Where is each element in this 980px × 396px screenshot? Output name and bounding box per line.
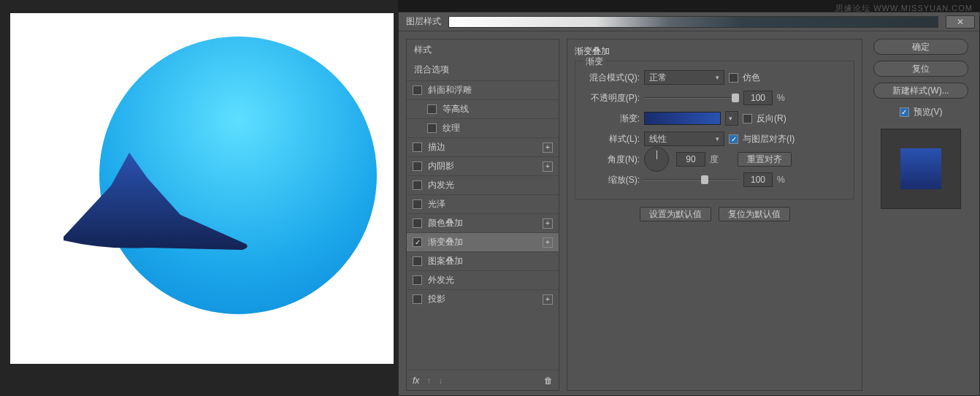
reset-default-button[interactable]: 复位为默认值 (719, 207, 790, 221)
dialog-title: 图层样式 (406, 15, 441, 28)
ok-button[interactable]: 确定 (873, 39, 968, 55)
blend-mode-value: 正常 (649, 72, 667, 84)
add-effect-icon[interactable]: + (543, 294, 553, 305)
style-checkbox[interactable] (413, 275, 422, 285)
style-label: 投影 (428, 293, 543, 305)
titlebar-gradient (448, 16, 938, 28)
style-checkbox[interactable] (427, 104, 437, 114)
style-label: 斜面和浮雕 (428, 84, 553, 96)
style-label: 内阴影 (428, 160, 543, 172)
style-row-11[interactable]: 投影+ (407, 289, 559, 308)
style-checkbox[interactable] (427, 123, 437, 133)
angle-dial[interactable] (644, 147, 669, 172)
style-row-10[interactable]: 外发光 (407, 270, 559, 289)
style-label: 图案叠加 (428, 255, 553, 267)
style-row-1[interactable]: 等高线 (407, 99, 559, 118)
set-default-button[interactable]: 设置为默认值 (640, 207, 711, 221)
add-effect-icon[interactable]: + (543, 237, 553, 248)
scale-slider[interactable] (644, 175, 739, 185)
settings-panel: 渐变叠加 渐变 混合模式(Q): 正常▾ 仿色 不透明度(P): 100 % 渐… (567, 39, 862, 391)
mountain-shape (60, 142, 257, 251)
style-checkbox[interactable] (413, 237, 422, 247)
trash-icon[interactable]: 🗑 (544, 376, 553, 386)
style-row-7[interactable]: 颜色叠加+ (407, 213, 559, 232)
opacity-value[interactable]: 100 (743, 91, 773, 105)
style-label: 颜色叠加 (428, 217, 543, 229)
chevron-down-icon: ▾ (716, 74, 719, 81)
blend-options[interactable]: 混合选项 (407, 61, 559, 80)
up-arrow-icon[interactable]: ↑ (426, 376, 431, 386)
reset-align-button[interactable]: 重置对齐 (738, 152, 792, 167)
scale-label: 缩放(S): (583, 174, 640, 186)
style-label: 描边 (428, 141, 543, 153)
canvas[interactable] (10, 13, 394, 364)
opacity-slider[interactable] (644, 93, 739, 103)
style-row-8[interactable]: 渐变叠加+ (407, 232, 559, 251)
angle-label: 角度(N): (583, 153, 640, 166)
style-row-2[interactable]: 纹理 (407, 118, 559, 137)
add-effect-icon[interactable]: + (543, 218, 553, 229)
style-checkbox[interactable] (413, 218, 422, 228)
percent-unit: % (777, 175, 785, 185)
fx-icon[interactable]: fx (413, 376, 419, 386)
styles-header[interactable]: 样式 (407, 39, 559, 61)
style-checkbox[interactable] (413, 85, 422, 95)
preview-box (881, 129, 961, 209)
reset-button[interactable]: 复位 (873, 61, 968, 77)
reverse-label: 反向(R) (757, 113, 786, 125)
style-row-9[interactable]: 图案叠加 (407, 251, 559, 270)
style-select[interactable]: 线性▾ (644, 132, 724, 146)
style-label: 内发光 (428, 179, 553, 191)
style-checkbox[interactable] (413, 294, 422, 304)
panel-title: 渐变叠加 (575, 45, 854, 58)
preview-label: 预览(V) (914, 106, 943, 118)
style-checkbox[interactable] (413, 142, 422, 152)
style-row-0[interactable]: 斜面和浮雕 (407, 80, 559, 99)
gradient-swatch[interactable] (644, 112, 721, 125)
style-label: 等高线 (443, 103, 553, 115)
opacity-label: 不透明度(P): (583, 92, 640, 104)
dither-label: 仿色 (743, 72, 760, 84)
close-icon: ✕ (957, 17, 964, 27)
align-checkbox[interactable] (729, 134, 738, 144)
angle-value[interactable]: 90 (676, 152, 705, 167)
style-value: 线性 (649, 133, 667, 145)
style-label: 渐变叠加 (428, 236, 543, 248)
align-label: 与图层对齐(I) (743, 133, 795, 145)
style-label: 样式(L): (583, 133, 640, 145)
degree-unit: 度 (710, 153, 719, 166)
preview-checkbox[interactable] (900, 107, 909, 117)
style-checkbox[interactable] (413, 256, 422, 266)
style-label: 纹理 (443, 122, 553, 134)
gradient-fieldset: 渐变 混合模式(Q): 正常▾ 仿色 不透明度(P): 100 % 渐变: ▾ (575, 61, 854, 199)
style-checkbox[interactable] (413, 180, 422, 190)
blend-mode-select[interactable]: 正常▾ (644, 70, 724, 85)
titlebar[interactable]: 图层样式 ✕ (399, 12, 979, 31)
dither-checkbox[interactable] (729, 73, 738, 83)
style-row-4[interactable]: 内阴影+ (407, 156, 559, 175)
percent-unit: % (777, 93, 785, 103)
style-row-5[interactable]: 内发光 (407, 175, 559, 194)
new-style-button[interactable]: 新建样式(W)... (873, 83, 968, 99)
chevron-down-icon: ▾ (729, 115, 732, 122)
close-button[interactable]: ✕ (946, 15, 975, 28)
add-effect-icon[interactable]: + (543, 161, 553, 172)
style-row-3[interactable]: 描边+ (407, 137, 559, 156)
style-checkbox[interactable] (413, 199, 422, 209)
gradient-picker-button[interactable]: ▾ (725, 111, 738, 126)
gradient-label: 渐变: (583, 113, 640, 125)
reverse-checkbox[interactable] (743, 114, 752, 123)
canvas-area (0, 0, 398, 396)
add-effect-icon[interactable]: + (543, 142, 553, 153)
chevron-down-icon: ▾ (716, 135, 719, 142)
style-label: 光泽 (428, 198, 553, 210)
down-arrow-icon[interactable]: ↓ (438, 376, 443, 386)
blend-mode-label: 混合模式(Q): (583, 72, 640, 84)
preview-swatch (900, 148, 941, 189)
action-column: 确定 复位 新建样式(W)... 预览(V) (870, 39, 972, 391)
styles-list: 样式 混合选项 斜面和浮雕等高线纹理描边+内阴影+内发光光泽颜色叠加+渐变叠加+… (406, 39, 559, 391)
style-checkbox[interactable] (413, 161, 422, 171)
style-row-6[interactable]: 光泽 (407, 194, 559, 213)
scale-value[interactable]: 100 (743, 172, 773, 187)
styles-footer: fx ↑ ↓ 🗑 (407, 370, 559, 390)
